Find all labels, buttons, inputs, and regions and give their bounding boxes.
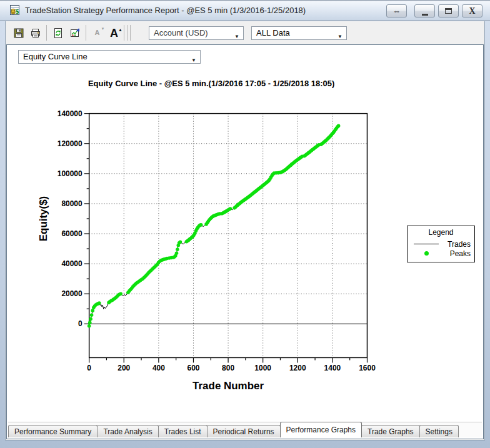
tab-settings[interactable]: Settings <box>419 425 459 437</box>
save-icon <box>13 27 24 39</box>
close-button[interactable]: X <box>462 4 482 17</box>
maximize-icon <box>445 8 452 14</box>
window-body: A▼ A▲ Account (USD) ▼ ALL Data ▼ 0200400… <box>5 21 485 441</box>
svg-text:60000: 60000 <box>61 229 82 238</box>
tab-periodical-returns[interactable]: Periodical Returns <box>207 425 281 437</box>
toolbar: A▼ A▲ Account (USD) ▼ ALL Data ▼ <box>6 21 484 44</box>
tab-performance-summary[interactable]: Performance Summary <box>8 425 98 437</box>
tab-trades-list[interactable]: Trades List <box>158 425 208 437</box>
toolbar-separator <box>130 25 131 41</box>
legend-entry-peaks: Peaks <box>408 249 474 258</box>
window-controls: ⇔ X <box>383 4 482 17</box>
title-bar[interactable]: $ TradeStation Strategy Performance Repo… <box>0 0 490 21</box>
svg-text:120000: 120000 <box>58 139 82 148</box>
svg-text:1600: 1600 <box>359 364 376 372</box>
account-dropdown[interactable]: Account (USD) ▼ <box>149 26 244 40</box>
legend-entry-label: Trades <box>440 240 471 249</box>
decrease-font-button[interactable]: A▼ <box>89 25 106 41</box>
save-button[interactable] <box>10 25 27 41</box>
tab-performance-graphs[interactable]: Performance Graphs <box>280 422 362 437</box>
refresh-button[interactable] <box>49 25 66 41</box>
toolbar-separator <box>124 25 124 41</box>
svg-text:140000: 140000 <box>58 109 82 118</box>
chart-title: Equity Curve Line - @ES 5 min.(1/3/2016 … <box>88 79 334 88</box>
toolbar-separator <box>127 25 128 41</box>
print-button[interactable] <box>27 25 44 41</box>
chevron-down-icon: ▼ <box>234 31 239 43</box>
close-icon: X <box>469 6 475 16</box>
svg-text:80000: 80000 <box>61 199 82 208</box>
dock-icon: ⇔ <box>392 6 401 16</box>
toolbar-separator <box>46 25 47 41</box>
legend-dot-swatch <box>424 251 429 256</box>
svg-text:1400: 1400 <box>324 364 341 372</box>
tab-trade-graphs[interactable]: Trade Graphs <box>361 425 420 437</box>
legend-entry-trades: Trades <box>408 239 474 249</box>
chart-legend: Legend TradesPeaks <box>407 226 475 262</box>
svg-text:1200: 1200 <box>289 364 306 372</box>
report-panel: 0200400600800100012001400160002000040000… <box>6 44 484 439</box>
print-icon <box>30 27 41 39</box>
refresh-icon <box>52 27 64 39</box>
graph-type-dropdown[interactable]: Equity Curve Line ▼ <box>18 50 201 64</box>
svg-text:$: $ <box>16 7 19 15</box>
svg-text:200: 200 <box>118 364 130 372</box>
toolbar-separator <box>86 25 86 41</box>
tradestation-performance-report-window: $ TradeStation Strategy Performance Repo… <box>0 0 490 448</box>
minimize-icon <box>422 14 428 16</box>
legend-title: Legend <box>408 228 474 237</box>
increase-font-button[interactable]: A▲ <box>106 25 122 41</box>
chevron-down-icon: ▼ <box>191 54 196 67</box>
increase-font-icon: A▲ <box>110 28 118 38</box>
decrease-font-icon: A▼ <box>95 29 100 36</box>
export-graph-button[interactable] <box>66 25 83 41</box>
data-range-dropdown[interactable]: ALL Data ▼ <box>251 26 347 40</box>
svg-text:0: 0 <box>87 364 91 372</box>
tab-trade-analysis[interactable]: Trade Analysis <box>97 425 158 437</box>
svg-text:800: 800 <box>222 364 234 372</box>
svg-text:600: 600 <box>187 364 199 372</box>
app-icon: $ <box>9 4 21 16</box>
svg-text:20000: 20000 <box>61 289 82 298</box>
svg-text:100000: 100000 <box>58 169 82 178</box>
y-axis-label: Equity($) <box>38 196 49 241</box>
legend-line-swatch <box>414 244 439 244</box>
svg-text:0: 0 <box>78 319 82 328</box>
legend-entry-label: Peaks <box>440 249 471 258</box>
maximize-button[interactable] <box>438 4 459 17</box>
svg-text:1000: 1000 <box>254 364 271 372</box>
report-tab-bar: Performance SummaryTrade AnalysisTrades … <box>8 422 482 437</box>
x-axis-label: Trade Number <box>192 380 264 392</box>
dock-button[interactable]: ⇔ <box>386 4 407 17</box>
window-title: TradeStation Strategy Performance Report… <box>25 6 306 15</box>
chevron-down-icon: ▼ <box>338 31 342 43</box>
minimize-button[interactable] <box>414 4 435 17</box>
svg-text:40000: 40000 <box>61 259 82 268</box>
export-graph-icon <box>69 27 81 39</box>
svg-text:400: 400 <box>152 364 165 372</box>
